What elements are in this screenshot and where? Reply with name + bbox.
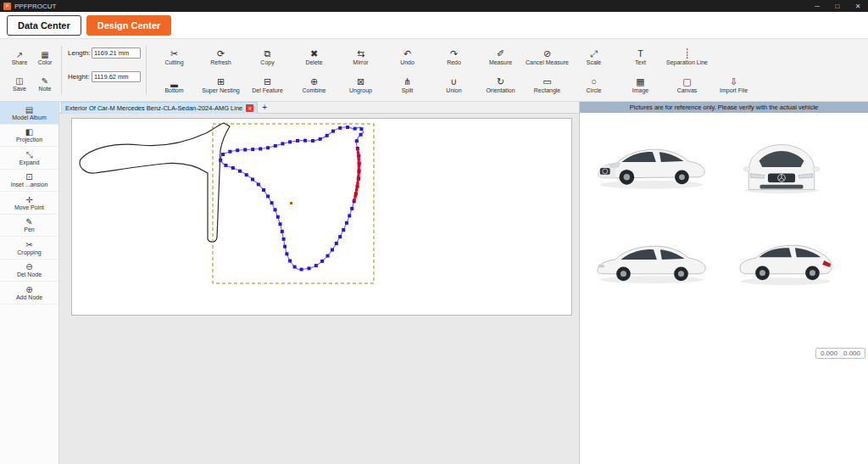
redo-button[interactable]: ↷Redo [431, 42, 477, 70]
inset-expansion-icon: ⊡ [25, 172, 32, 182]
selected-plot-shape [220, 127, 364, 270]
rectangle-button[interactable]: ▭Rectangle [524, 70, 570, 98]
bottom-icon: ▂ [170, 76, 177, 87]
refresh-button[interactable]: ⟳Refresh [198, 42, 244, 70]
car-image-front-quarter-view [592, 141, 709, 193]
combine-icon: ⊕ [310, 76, 318, 87]
rectangle-icon: ▭ [542, 76, 551, 87]
sidebar-item-add-node[interactable]: ⊕ Add Node [0, 282, 58, 305]
cutting-icon: ✂ [170, 48, 178, 59]
canvas-drawing [72, 119, 571, 315]
delete-button[interactable]: ✖Delete [291, 42, 337, 70]
measure-button[interactable]: ✐Measure [477, 42, 524, 70]
share-icon: ↗ [16, 50, 23, 59]
import-file-button[interactable]: ⇩Import File [710, 70, 757, 98]
share-button[interactable]: ↗ Share [7, 44, 32, 70]
union-button[interactable]: ∪Union [431, 70, 477, 98]
height-label: Height: [68, 73, 92, 81]
orientation-button[interactable]: ↻Orientation [477, 70, 524, 98]
sidebar-item-inset-expansion[interactable]: ⊡ Inset ...ansion [0, 170, 58, 193]
scale-icon: ⤢ [590, 48, 598, 59]
super-nesting-icon: ⊞ [217, 76, 225, 87]
super-nesting-button[interactable]: ⊞Super Nesting [198, 70, 244, 98]
main-nav: Data Center Design Center [0, 12, 868, 39]
left-sidebar: ▤ Model Album ◧ Projection ⤡ Expand ⊡ In… [0, 102, 59, 464]
save-button[interactable]: ◫ Save [7, 70, 32, 97]
expand-icon: ⤡ [26, 150, 33, 159]
document-tab[interactable]: Exterior Of Car-M Mercedes Benz-CLA-Seda… [61, 102, 258, 114]
car-image-side-view [593, 239, 710, 287]
image-icon: ▦ [636, 76, 644, 87]
document-tabbar: Exterior Of Car-M Mercedes Benz-CLA-Seda… [59, 102, 579, 114]
mirror-icon: ⇆ [357, 48, 364, 59]
cursor-coordinates: 0.000 0.000 [815, 348, 865, 359]
window-title: PPFPROCUT [14, 3, 56, 10]
combine-button[interactable]: ⊕Combine [291, 70, 337, 98]
design-center-tab[interactable]: Design Center [86, 15, 172, 36]
sidebar-item-expand[interactable]: ⤡ Expand [0, 147, 58, 170]
color-icon: ▦ [41, 50, 48, 59]
toolbar-separator [146, 46, 147, 95]
separation-line-button[interactable]: ┊Separation Line [664, 42, 710, 70]
design-canvas[interactable] [71, 118, 572, 316]
note-button[interactable]: ✎ Note [32, 70, 58, 97]
ungroup-button[interactable]: ⊠Ungroup [337, 70, 384, 98]
move-point-icon: ✛ [25, 195, 32, 204]
undo-button[interactable]: ↶Undo [384, 42, 431, 70]
canvas-region: Exterior Of Car-M Mercedes Benz-CLA-Seda… [59, 102, 579, 464]
sidebar-item-projection[interactable]: ◧ Projection [0, 125, 58, 148]
circle-button[interactable]: ○Circle [570, 70, 617, 98]
data-center-tab[interactable]: Data Center [7, 15, 81, 36]
toolbar-separator [61, 46, 62, 95]
coordinate-y: 0.000 [843, 349, 860, 357]
refresh-icon: ⟳ [217, 48, 225, 59]
toolbar-row-1: ✂Cutting ⟳Refresh ⧉Copy ✖Delete ⇆Mirror … [151, 42, 757, 70]
sidebar-item-cropping[interactable]: ✂ Cropping [0, 237, 58, 260]
split-button[interactable]: ⋔Split [384, 70, 431, 98]
color-button[interactable]: ▦ Color [32, 44, 58, 70]
canvas-icon: ▢ [682, 76, 691, 87]
redo-icon: ↷ [450, 48, 458, 59]
document-tab-close-icon[interactable]: ✕ [246, 104, 253, 112]
length-input[interactable] [92, 48, 141, 59]
cancel-measure-icon: ⊘ [543, 48, 551, 59]
text-button[interactable]: TText [617, 42, 664, 70]
orientation-icon: ↻ [497, 76, 504, 87]
undo-icon: ↶ [403, 48, 411, 59]
toolbar-row-2: ▂Bottom ⊞Super Nesting ⊟Del Feature ⊕Com… [151, 70, 757, 98]
reference-panel: Pictures are for reference only. Please … [579, 102, 868, 464]
sidebar-item-move-point[interactable]: ✛ Move Point [0, 192, 58, 215]
cropping-icon: ✂ [25, 240, 32, 249]
maximize-button[interactable]: □ [827, 0, 848, 12]
car-image-rear-quarter-view [736, 238, 836, 290]
dimension-fields: Length: Height: [68, 48, 146, 95]
toolbar-tools: ✂Cutting ⟳Refresh ⧉Copy ✖Delete ⇆Mirror … [151, 42, 757, 98]
copy-button[interactable]: ⧉Copy [244, 42, 291, 70]
cutting-button[interactable]: ✂Cutting [151, 42, 198, 70]
coordinate-x: 0.000 [821, 349, 837, 357]
bottom-button[interactable]: ▂Bottom [151, 70, 198, 98]
scale-button[interactable]: ⤢Scale [570, 42, 617, 70]
shape-origin-marker [290, 202, 292, 204]
cancel-measure-button[interactable]: ⊘Cancel Measure [524, 42, 570, 70]
projection-icon: ◧ [25, 127, 33, 137]
new-tab-button[interactable]: + [258, 103, 271, 112]
sidebar-item-pen[interactable]: ✎ Pen [0, 215, 58, 238]
image-button[interactable]: ▦Image [617, 70, 664, 98]
del-feature-button[interactable]: ⊟Del Feature [244, 70, 291, 98]
titlebar: P PPFPROCUT ─ □ ✕ [0, 0, 868, 12]
separation-line-icon: ┊ [684, 48, 690, 59]
car-image-front-view [737, 137, 826, 197]
close-button[interactable]: ✕ [848, 0, 868, 12]
height-input[interactable] [92, 71, 141, 82]
measure-icon: ✐ [497, 48, 504, 59]
sidebar-item-model-album[interactable]: ▤ Model Album [0, 102, 58, 125]
ungroup-icon: ⊠ [357, 76, 364, 87]
document-tab-title: Exterior Of Car-M Mercedes Benz-CLA-Seda… [65, 104, 242, 112]
split-icon: ⋔ [403, 76, 411, 87]
sidebar-item-del-node[interactable]: ⊖ Del Node [0, 260, 58, 282]
canvas-button[interactable]: ▢Canvas [664, 70, 710, 98]
mirror-button[interactable]: ⇆Mirror [337, 42, 384, 70]
minimize-button[interactable]: ─ [807, 0, 827, 12]
add-node-icon: ⊕ [25, 285, 32, 294]
